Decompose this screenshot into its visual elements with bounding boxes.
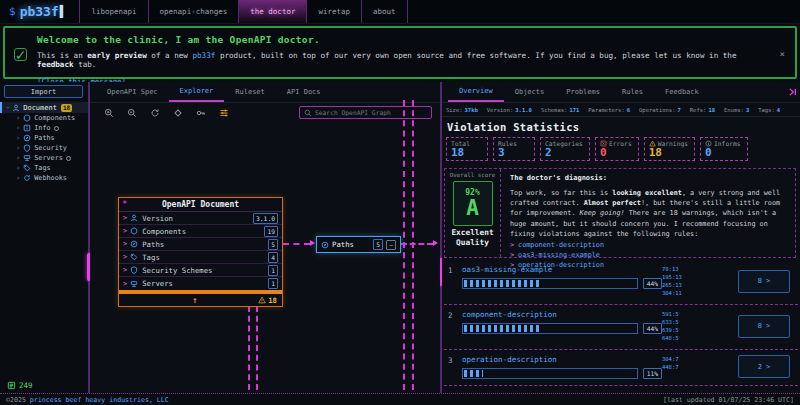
tab-objects[interactable]: Objects xyxy=(504,82,556,102)
company-link[interactable]: princess beef heavy industries, LLC xyxy=(30,396,169,404)
pb33f-link[interactable]: pb33f xyxy=(192,51,215,60)
nav-item-wiretap[interactable]: wiretap xyxy=(306,0,361,23)
pb33f-logo[interactable]: $ pb33f ▌ xyxy=(0,0,75,23)
view-violations-button[interactable]: 8 > xyxy=(738,270,790,293)
diagnosis-heading: The doctor's diagnosis: xyxy=(510,174,787,182)
banner-bold-feedback: feedback xyxy=(37,60,74,69)
violations-list: 1 oas3-missing-example 44% 78:13 195:13 … xyxy=(444,260,798,386)
location-link[interactable]: 591:5 xyxy=(662,311,710,319)
violation-progress-track xyxy=(462,368,638,379)
node-row-value: 5 xyxy=(268,239,278,250)
tab-ruleset[interactable]: Ruleset xyxy=(224,82,276,102)
violation-rule-link[interactable]: component-description xyxy=(462,310,662,319)
node-row-tags[interactable]: > Tags 4 xyxy=(119,251,282,264)
violation-locations: 591:5 633:5 639:5 648:5 xyxy=(662,310,710,343)
collapse-node-button[interactable]: – xyxy=(386,240,396,250)
tree-root-document[interactable]: › Document 18 xyxy=(0,102,88,113)
scroll-up-icon[interactable]: ↑ xyxy=(192,295,197,305)
location-link[interactable]: 648:5 xyxy=(662,335,710,343)
view-violations-button[interactable]: 2 > xyxy=(738,355,790,378)
node-row-servers[interactable]: > Servers 1 xyxy=(119,277,282,290)
filters-icon[interactable] xyxy=(219,108,229,118)
violation-locations: 304:7 448:7 xyxy=(662,355,710,379)
banner-text-part: product, built on top of our very own op… xyxy=(215,51,736,60)
collapse-panel-icon[interactable] xyxy=(788,87,797,97)
sidebar-item-servers[interactable]: › Servers xyxy=(0,153,88,163)
stat-value: 37kb xyxy=(465,107,478,113)
close-icon[interactable]: × xyxy=(780,49,785,59)
tab-explorer[interactable]: Explorer xyxy=(169,82,225,102)
sidebar-item-components[interactable]: › Components xyxy=(0,113,88,123)
paths-node[interactable]: Paths 5 – xyxy=(316,236,401,253)
tab-overview[interactable]: Overview xyxy=(448,82,504,102)
paths-icon xyxy=(321,241,329,249)
view-violations-button[interactable]: 8 > xyxy=(738,315,790,338)
chevron-right-icon: › xyxy=(16,175,20,182)
banner-text-part: This is an xyxy=(37,51,87,60)
sidebar-item-webhooks[interactable]: › Webhooks xyxy=(0,173,88,183)
tab-api-docs[interactable]: API Docs xyxy=(276,82,332,102)
fit-view-icon[interactable] xyxy=(173,108,183,118)
sidebar-item-label: Info xyxy=(34,124,50,132)
tab-openapi-spec[interactable]: OpenAPI Spec xyxy=(96,82,169,102)
count-dot-icon xyxy=(66,156,71,161)
webhooks-icon xyxy=(23,174,31,182)
violation-rule-link[interactable]: oas3-missing-example xyxy=(462,265,662,274)
node-row-value: 1 xyxy=(268,265,278,276)
card-value: 0 xyxy=(705,147,741,159)
chevron-down-icon[interactable]: › xyxy=(4,105,11,109)
search-input[interactable] xyxy=(315,109,425,116)
sidebar-item-paths[interactable]: › Paths xyxy=(0,133,88,143)
location-link[interactable]: 304:7 xyxy=(662,356,710,364)
openapi-document-node[interactable]: * OpenAPI Document > Version 3.1.0 > Com… xyxy=(118,197,283,307)
nav-item-openapi-changes[interactable]: openapi-changes xyxy=(148,0,239,23)
tab-rules[interactable]: Rules xyxy=(611,82,654,102)
violation-rule-link[interactable]: operation-description xyxy=(462,355,662,364)
node-row-components[interactable]: > Components 19 xyxy=(119,225,282,238)
version-icon xyxy=(130,214,138,222)
violation-percent-badge: 11% xyxy=(643,368,662,379)
location-link[interactable]: 304:11 xyxy=(662,290,710,298)
checkbox-icon[interactable]: ✓ xyxy=(14,48,27,61)
stat-label: Schemas: xyxy=(541,107,568,113)
import-button[interactable]: Import xyxy=(4,85,83,98)
chevron-right-icon: › xyxy=(16,115,20,122)
sidebar-item-security[interactable]: › Security xyxy=(0,143,88,153)
sidebar-item-tags[interactable]: › Tags xyxy=(0,163,88,173)
key-icon[interactable] xyxy=(196,108,206,118)
stat-size: Size:37kb xyxy=(446,107,478,113)
sidebar-item-info[interactable]: › Info xyxy=(0,123,88,133)
location-link[interactable]: 639:5 xyxy=(662,327,710,335)
location-link[interactable]: 195:13 xyxy=(662,274,710,282)
rule-link-component-description[interactable]: >component-description xyxy=(510,240,787,250)
tab-feedback[interactable]: Feedback xyxy=(654,82,710,102)
tab-problems[interactable]: Problems xyxy=(555,82,611,102)
score-grade-box: 92% A xyxy=(453,181,493,226)
zoom-in-icon[interactable] xyxy=(104,108,114,118)
graph-edge xyxy=(401,243,433,245)
zoom-out-icon[interactable] xyxy=(127,108,137,118)
security-shield-icon xyxy=(23,144,31,152)
violation-progress-track xyxy=(462,278,638,289)
location-link[interactable]: 633:5 xyxy=(662,319,710,327)
nav-item-the-doctor[interactable]: the doctor xyxy=(238,0,306,23)
node-row-version[interactable]: > Version 3.1.0 xyxy=(119,212,282,225)
nav-item-about[interactable]: about xyxy=(361,0,408,23)
paths-node-label: Paths xyxy=(332,240,354,249)
location-link[interactable]: 448:7 xyxy=(662,364,710,372)
card-warnings: Warnings 18 xyxy=(644,137,695,161)
location-link[interactable]: 265:13 xyxy=(662,282,710,290)
explorer-tabs: OpenAPI Spec Explorer Ruleset API Docs xyxy=(90,82,440,103)
location-link[interactable]: 78:13 xyxy=(662,266,710,274)
node-row-paths[interactable]: > Paths 5 xyxy=(119,238,282,251)
node-warnings[interactable]: 18 xyxy=(258,296,277,305)
rule-link-oas3-missing-example[interactable]: >oas3-missing-example xyxy=(510,250,787,260)
nav-item-libopenapi[interactable]: libopenapi xyxy=(79,0,147,23)
node-row-security-schemes[interactable]: > Security Schemes 1 xyxy=(119,264,282,277)
tags-icon xyxy=(130,253,138,261)
info-icon xyxy=(23,124,31,132)
rule-link-label: oas3-missing-example xyxy=(518,250,600,260)
violation-statistics-heading: Violation Statistics xyxy=(447,121,579,133)
inspector-tabs: Overview Objects Problems Rules Feedback xyxy=(442,82,800,103)
refresh-icon[interactable] xyxy=(150,108,160,118)
